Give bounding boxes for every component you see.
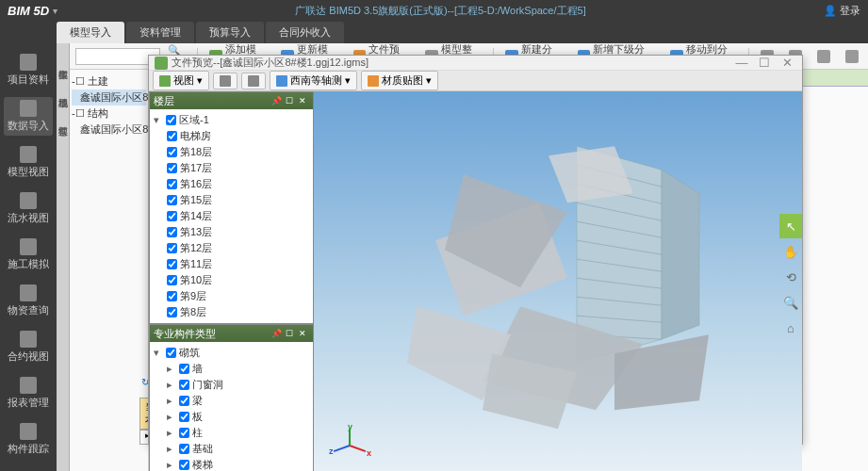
checkbox[interactable] xyxy=(167,291,177,301)
nav-data-import[interactable]: 数据导入 xyxy=(4,97,53,136)
minimize-button[interactable]: — xyxy=(732,56,751,70)
nav-report-manage[interactable]: 报表管理 xyxy=(4,374,53,413)
checkbox[interactable] xyxy=(179,444,189,454)
floor-item[interactable]: 第16层 xyxy=(154,176,309,192)
floor-item[interactable]: 第8层 xyxy=(154,304,309,320)
import-icon xyxy=(20,100,37,117)
panel-close-button[interactable]: ✕ xyxy=(296,329,309,338)
view-menu[interactable]: 视图 ▾ xyxy=(153,71,209,90)
panel-restore-button[interactable]: ☐ xyxy=(283,329,296,338)
view-icon xyxy=(159,75,171,87)
3d-viewport[interactable]: x y z ↖ ✋ ⟲ 🔍 ⌂ xyxy=(314,91,802,471)
tool-btn-2[interactable] xyxy=(241,73,266,89)
checkbox[interactable] xyxy=(166,348,176,358)
select-tool[interactable]: ↖ xyxy=(779,214,802,238)
nav-flow-view[interactable]: 流水视图 xyxy=(4,189,53,228)
nav-component-track[interactable]: 构件跟踪 xyxy=(4,420,53,459)
floor-root[interactable]: ▾区域-1 xyxy=(154,112,309,128)
preview-title: 文件预览--[鑫诚国际小区8#楼1.ggj12.igms] xyxy=(172,56,729,70)
maximize-button[interactable]: ☐ xyxy=(755,56,774,70)
tab-data-manage[interactable]: 资料管理 xyxy=(126,22,194,43)
checkbox[interactable] xyxy=(179,364,189,374)
tree-node[interactable]: -☐ 土建 xyxy=(72,73,146,89)
orientation-menu[interactable]: 西南等轴测 ▾ xyxy=(270,71,357,90)
extra-tool-4[interactable] xyxy=(842,48,862,65)
type-item[interactable]: ▸基础 xyxy=(154,441,309,457)
pan-tool[interactable]: ✋ xyxy=(779,239,802,264)
track-icon xyxy=(20,423,37,440)
tree-node[interactable]: -☐ 结构 xyxy=(72,106,146,122)
floor-item[interactable]: 第12层 xyxy=(154,240,309,256)
floors-list[interactable]: ▾区域-1 电梯房第18层第17层第16层第15层第14层第13层第12层第11… xyxy=(150,109,313,323)
checkbox[interactable] xyxy=(167,163,177,173)
home-view-tool[interactable]: ⌂ xyxy=(779,316,802,340)
preview-toolbar: 视图 ▾ 西南等轴测 ▾ 材质贴图 ▾ xyxy=(149,71,802,91)
type-item[interactable]: ▸柱 xyxy=(154,425,309,441)
box-icon xyxy=(20,284,37,301)
checkbox[interactable] xyxy=(167,131,177,141)
tree-node[interactable]: 鑫诚国际小区8#… xyxy=(72,89,146,106)
svg-marker-17 xyxy=(549,146,633,203)
type-item[interactable]: ▸楼梯 xyxy=(154,457,309,471)
nav-contract-view[interactable]: 合约视图 xyxy=(4,328,53,366)
floors-panel: 楼层 📌 ☐ ✕ ▾区域-1 电梯房第18层第17层第16层第15层第14层第1… xyxy=(149,91,314,324)
checkbox[interactable] xyxy=(179,380,189,390)
orbit-tool[interactable]: ⟲ xyxy=(779,265,802,289)
type-root[interactable]: ▾砌筑 xyxy=(154,345,309,361)
nav-construction-sim[interactable]: 施工模拟 xyxy=(4,236,53,274)
file-preview-window: 文件预览--[鑫诚国际小区8#楼1.ggj12.igms] — ☐ ✕ 视图 ▾… xyxy=(148,55,803,445)
tool-btn-1[interactable] xyxy=(213,73,237,89)
svg-marker-1 xyxy=(662,170,699,339)
checkbox[interactable] xyxy=(167,227,177,237)
panel-restore-button[interactable]: ☐ xyxy=(283,96,296,106)
types-list[interactable]: ▾砌筑 ▸墙▸门窗洞▸梁▸板▸柱▸基础▸楼梯 xyxy=(150,342,313,471)
floor-item[interactable]: 第15层 xyxy=(154,192,309,208)
panel-close-button[interactable]: ✕ xyxy=(296,96,309,106)
floor-item[interactable]: 电梯房 xyxy=(154,128,309,144)
checkbox[interactable] xyxy=(167,307,177,317)
checkbox[interactable] xyxy=(167,259,177,269)
preview-app-icon xyxy=(155,57,168,70)
nav-model-view[interactable]: 模型视图 xyxy=(4,143,53,182)
floor-item[interactable]: 第13层 xyxy=(154,224,309,240)
checkbox[interactable] xyxy=(179,428,189,438)
types-panel: 专业构件类型 📌 ☐ ✕ ▾砌筑 ▸墙▸门窗洞▸梁▸板▸柱▸基础▸楼梯 xyxy=(149,324,314,471)
flow-icon xyxy=(20,192,37,209)
checkbox[interactable] xyxy=(167,243,177,253)
checkbox[interactable] xyxy=(167,179,177,189)
type-item[interactable]: ▸门窗洞 xyxy=(154,377,309,393)
tool-icon xyxy=(248,75,259,87)
close-button[interactable]: ✕ xyxy=(778,56,796,70)
login-link[interactable]: 👤 登录 xyxy=(824,4,860,18)
checkbox[interactable] xyxy=(167,195,177,205)
floor-item[interactable]: 第18层 xyxy=(154,144,309,160)
type-item[interactable]: ▸墙 xyxy=(154,361,309,377)
panel-pin-button[interactable]: 📌 xyxy=(270,96,283,106)
building-model xyxy=(379,118,737,438)
checkbox[interactable] xyxy=(179,412,189,422)
checkbox[interactable] xyxy=(167,147,177,157)
checkbox[interactable] xyxy=(167,211,177,221)
nav-project-data[interactable]: 项目资料 xyxy=(4,51,53,89)
tool-icon xyxy=(845,50,859,63)
tree-node[interactable]: 鑫诚国际小区8#… xyxy=(72,122,146,138)
checkbox[interactable] xyxy=(167,275,177,285)
tab-model-import[interactable]: 模型导入 xyxy=(57,22,124,43)
floor-item[interactable]: 第10层 xyxy=(154,272,309,288)
panel-pin-button[interactable]: 📌 xyxy=(270,329,283,338)
floor-item[interactable]: 第11层 xyxy=(154,256,309,272)
texture-icon xyxy=(368,75,379,87)
checkbox[interactable] xyxy=(166,115,176,125)
extra-tool-3[interactable] xyxy=(813,48,834,65)
type-item[interactable]: ▸梁 xyxy=(154,393,309,409)
material-menu[interactable]: 材质贴图 ▾ xyxy=(361,71,438,90)
type-item[interactable]: ▸板 xyxy=(154,409,309,425)
checkbox[interactable] xyxy=(179,460,189,470)
nav-material-query[interactable]: 物资查询 xyxy=(4,282,53,320)
zoom-tool[interactable]: 🔍 xyxy=(779,290,802,315)
floor-item[interactable]: 第9层 xyxy=(154,288,309,304)
checkbox[interactable] xyxy=(179,396,189,406)
floor-item[interactable]: 第17层 xyxy=(154,160,309,176)
floor-item[interactable]: 第14层 xyxy=(154,208,309,224)
preview-titlebar: 文件预览--[鑫诚国际小区8#楼1.ggj12.igms] — ☐ ✕ xyxy=(149,56,802,71)
